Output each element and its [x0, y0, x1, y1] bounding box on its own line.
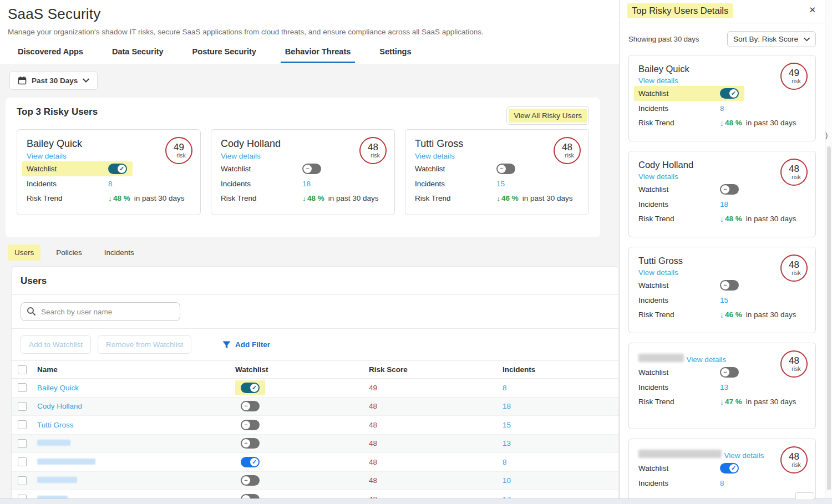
watchlist-toggle[interactable]	[241, 401, 260, 411]
table-row[interactable]: Cody Holland 48 18	[12, 398, 618, 416]
sort-by-dropdown[interactable]: Sort By: Risk Score	[727, 31, 816, 47]
add-to-watchlist-button[interactable]: Add to Watchlist	[21, 335, 91, 354]
toggle-knob-icon	[498, 165, 506, 173]
risk-score-badge: 49 risk	[780, 63, 808, 90]
watchlist-toggle[interactable]	[302, 164, 321, 174]
view-details-link[interactable]: View details	[638, 172, 678, 181]
watchlist-toggle[interactable]	[720, 463, 739, 474]
tab-behavior-threats[interactable]: Behavior Threats	[281, 44, 355, 63]
incidents-count-link[interactable]: 13	[503, 439, 511, 447]
incidents-count-link[interactable]: 8	[503, 458, 507, 466]
table-row[interactable]: 48 10	[12, 472, 618, 491]
view-details-link[interactable]: View details	[638, 77, 678, 85]
incidents-count-link[interactable]: 8	[108, 180, 113, 188]
remove-from-watchlist-button[interactable]: Remove from Watchlist	[98, 335, 191, 354]
risk-unit-label: risk	[792, 270, 800, 276]
table-row[interactable]: Tutti Gross 48 15	[12, 416, 618, 435]
user-name-link[interactable]: Bailey Quick	[37, 384, 79, 392]
watchlist-toggle[interactable]	[241, 383, 260, 393]
column-header-watchlist[interactable]: Watchlist	[235, 365, 369, 374]
select-all-checkbox[interactable]	[18, 365, 27, 374]
watchlist-toggle[interactable]	[720, 184, 739, 195]
view-details-link[interactable]: View details	[415, 152, 455, 160]
watchlist-toggle[interactable]	[241, 475, 260, 486]
watchlist-toggle[interactable]	[720, 88, 739, 99]
column-header-incidents[interactable]: Incidents	[503, 365, 618, 374]
watchlist-toggle[interactable]	[241, 457, 260, 467]
table-row[interactable]: 48 13	[12, 435, 618, 454]
incidents-count-link[interactable]: 18	[503, 402, 511, 410]
row-checkbox[interactable]	[18, 420, 27, 429]
incidents-count-link[interactable]: 10	[503, 476, 511, 485]
row-checkbox[interactable]	[18, 495, 27, 498]
column-header-risk-score[interactable]: Risk Score	[369, 365, 503, 374]
risk-score-value: 48	[789, 260, 799, 269]
risky-user-cards: 49 risk Bailey Quick View details Watchl…	[17, 129, 589, 215]
row-checkbox[interactable]	[18, 402, 27, 411]
incidents-count-link[interactable]: 8	[720, 104, 724, 113]
table-row[interactable]: 48 8	[12, 453, 618, 472]
row-checkbox[interactable]	[18, 457, 27, 466]
incidents-count-link[interactable]: 8	[503, 384, 507, 392]
incidents-count-link[interactable]: 8	[720, 479, 724, 487]
redacted-user-name[interactable]	[37, 440, 70, 446]
incidents-count-link[interactable]: 15	[496, 180, 505, 188]
incidents-count-link[interactable]: 15	[720, 296, 728, 304]
risk-trend-label: Risk Trend	[415, 194, 496, 202]
watchlist-label: Watchlist	[27, 165, 108, 173]
tab-users[interactable]: Users	[8, 245, 40, 261]
view-all-risky-users-button[interactable]: View All Risky Users	[506, 106, 589, 125]
incidents-row: Incidents 18	[221, 177, 385, 191]
vertical-scrollbar[interactable]	[825, 0, 832, 504]
vertical-scrollbar-thumb[interactable]	[827, 146, 831, 490]
redacted-user-name[interactable]	[37, 459, 95, 465]
tab-settings[interactable]: Settings	[375, 44, 415, 63]
add-filter-button[interactable]: Add Filter	[222, 340, 270, 349]
details-panel-title: Top Risky Users Details	[627, 3, 733, 18]
tab-incidents[interactable]: Incidents	[98, 245, 141, 261]
table-row[interactable]: Bailey Quick 49 8	[12, 379, 618, 398]
primary-tabs: Discovered Apps Data Security Posture Se…	[8, 44, 619, 63]
incidents-count-link[interactable]: 18	[302, 180, 311, 188]
view-details-link[interactable]: View details	[638, 268, 678, 277]
search-input[interactable]	[21, 302, 180, 321]
watchlist-highlight	[235, 380, 265, 395]
column-header-name[interactable]: Name	[37, 365, 235, 374]
watchlist-toggle[interactable]	[241, 494, 260, 498]
incidents-count-link[interactable]: 18	[720, 200, 728, 208]
user-name-link[interactable]: Cody Holland	[37, 402, 82, 410]
table-row[interactable]: 48 17	[12, 490, 618, 498]
row-checkbox[interactable]	[18, 439, 27, 448]
watchlist-highlight: Watchlist	[634, 461, 744, 476]
time-range-dropdown[interactable]: Past 30 Days	[9, 71, 98, 90]
watchlist-toggle[interactable]	[496, 164, 515, 174]
view-details-link[interactable]: View details	[221, 152, 261, 160]
tab-discovered-apps[interactable]: Discovered Apps	[13, 44, 88, 63]
watchlist-toggle[interactable]	[241, 420, 260, 430]
view-details-link[interactable]: View details	[724, 451, 764, 460]
details-panel-meta: Showing past 30 days Sort By: Risk Score	[620, 23, 825, 54]
view-details-link[interactable]: View details	[686, 355, 726, 364]
row-checkbox[interactable]	[18, 383, 27, 392]
tab-data-security[interactable]: Data Security	[108, 44, 168, 63]
watchlist-toggle[interactable]	[720, 367, 739, 378]
page-title: SaaS Security	[8, 6, 619, 23]
redacted-user-name[interactable]	[37, 477, 77, 483]
incidents-count-link[interactable]: 15	[503, 421, 511, 429]
horizontal-scrollbar[interactable]	[0, 498, 832, 504]
risk-trend-row: Risk Trend ↓48 %in past 30 days	[638, 116, 806, 130]
risky-user-card: 48 risk Tutti Gross View details Watchli…	[405, 129, 589, 215]
view-details-link[interactable]: View details	[27, 152, 67, 160]
watchlist-toggle[interactable]	[720, 280, 739, 291]
close-icon[interactable]: ✕	[809, 5, 816, 15]
risk-score-value: 48	[369, 421, 377, 429]
watchlist-toggle[interactable]	[241, 438, 260, 449]
tab-posture-security[interactable]: Posture Security	[188, 44, 261, 63]
tab-policies[interactable]: Policies	[49, 245, 89, 261]
user-name-link[interactable]: Tutti Gross	[37, 421, 74, 429]
row-checkbox[interactable]	[18, 476, 27, 485]
incidents-count-link[interactable]: 13	[720, 383, 728, 391]
risk-trend-value: ↓46 %in past 30 days	[720, 310, 797, 319]
toggle-knob-icon	[242, 476, 250, 485]
watchlist-toggle[interactable]	[108, 164, 127, 174]
